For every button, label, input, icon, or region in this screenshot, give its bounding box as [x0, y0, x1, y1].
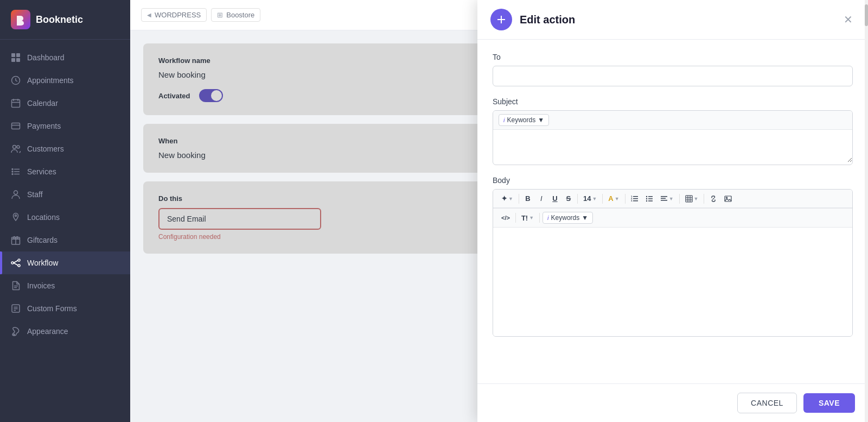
workflow-icon: [11, 258, 21, 268]
image-button[interactable]: [722, 193, 735, 204]
toolbar-sep-6: [704, 194, 704, 204]
svg-rect-40: [633, 200, 638, 201]
align-button[interactable]: ▼: [658, 193, 676, 204]
body-toolbar: ✦▼ B I U S: [493, 190, 852, 208]
to-label: To: [493, 53, 853, 61]
svg-rect-39: [633, 198, 638, 199]
sidebar-item-payments[interactable]: Payments: [0, 115, 130, 137]
sidebar-item-workflow[interactable]: Workflow: [0, 251, 130, 274]
sidebar: Booknetic Dashboard Appointments Calenda…: [0, 0, 130, 422]
svg-rect-9: [12, 123, 20, 129]
sidebar-item-label: Appointments: [27, 76, 74, 85]
bold-label: B: [525, 194, 530, 203]
workflow-name-card: Workflow name New booking Activated: [143, 43, 490, 115]
brush-icon: [11, 326, 21, 336]
cancel-button[interactable]: CANCEL: [737, 393, 797, 413]
bold-button[interactable]: B: [522, 193, 534, 204]
save-button[interactable]: SAVE: [803, 393, 855, 413]
dashboard-icon: [11, 53, 21, 62]
underline-label: U: [552, 194, 557, 203]
sidebar-item-customers[interactable]: Customers: [0, 137, 130, 160]
file-icon: [11, 281, 21, 291]
unordered-list-button[interactable]: [643, 193, 656, 204]
sidebar-item-label: Payments: [27, 122, 61, 130]
link-button[interactable]: [707, 193, 720, 204]
font-size-button[interactable]: 14 ▼: [580, 193, 599, 204]
sidebar-item-dashboard[interactable]: Dashboard: [0, 46, 130, 69]
body-keywords-button[interactable]: i Keywords ▼: [542, 212, 593, 224]
subject-keywords-button[interactable]: i Keywords ▼: [499, 114, 549, 126]
svg-point-17: [12, 171, 13, 172]
svg-point-12: [17, 146, 20, 148]
close-button[interactable]: ✕: [841, 11, 855, 28]
sidebar-logo: Booknetic: [0, 0, 130, 40]
body-toolbar-2: </> T! ▼ i Keywords ▼: [493, 208, 852, 228]
user-icon: [11, 190, 21, 199]
svg-rect-38: [633, 196, 638, 197]
sidebar-item-label: Calendar: [27, 99, 58, 108]
sidebar-item-services[interactable]: Services: [0, 160, 130, 183]
toolbar-sep-3: [602, 194, 603, 204]
credit-card-icon: [11, 121, 21, 131]
body-field-group: Body ✦▼ B I: [493, 176, 853, 337]
ordered-list-button[interactable]: 1.2.3.: [628, 193, 641, 204]
sidebar-item-appointments[interactable]: Appointments: [0, 69, 130, 92]
sidebar-item-locations[interactable]: Locations: [0, 206, 130, 229]
to-field-group: To: [493, 53, 853, 86]
svg-line-58: [713, 198, 714, 199]
svg-point-24: [11, 262, 14, 264]
svg-rect-50: [661, 196, 667, 197]
svg-point-45: [646, 198, 647, 199]
sidebar-item-label: Dashboard: [27, 53, 65, 62]
when-value: New booking: [158, 150, 475, 160]
toolbar-sep-5: [679, 194, 680, 204]
do-this-input[interactable]: [158, 208, 321, 230]
font-size-label: 14: [583, 194, 591, 203]
calendar-icon: [11, 98, 21, 108]
sidebar-item-appearance[interactable]: Appearance: [0, 320, 130, 343]
svg-rect-48: [648, 198, 653, 199]
font-color-button[interactable]: A ▼: [605, 193, 622, 204]
svg-rect-59: [725, 196, 731, 201]
toolbar-sep-7: [515, 213, 516, 223]
main-content: ◀ WORDPRESS ⊞ Boostore Workflow name New…: [130, 0, 868, 422]
sidebar-item-label: Custom Forms: [27, 304, 77, 313]
sidebar-item-label: Staff: [27, 190, 43, 199]
gift-icon: [11, 235, 21, 245]
subject-editor: i Keywords ▼: [493, 110, 853, 165]
table-button[interactable]: ▼: [682, 193, 701, 204]
body-content-area[interactable]: [493, 228, 852, 336]
svg-rect-52: [661, 200, 667, 201]
clock-icon: [11, 75, 21, 85]
subject-field-group: Subject i Keywords ▼: [493, 97, 853, 165]
code-button[interactable]: </>: [499, 213, 513, 223]
form-icon: [11, 304, 21, 313]
subject-toolbar: i Keywords ▼: [493, 111, 852, 130]
sidebar-item-calendar[interactable]: Calendar: [0, 92, 130, 115]
svg-rect-53: [686, 196, 692, 202]
text-style-button[interactable]: T! ▼: [519, 212, 537, 224]
sidebar-item-custom-forms[interactable]: Custom Forms: [0, 297, 130, 320]
sidebar-item-staff[interactable]: Staff: [0, 183, 130, 206]
sidebar-item-invoices[interactable]: Invoices: [0, 274, 130, 297]
edit-panel-icon: [490, 9, 512, 30]
breadcrumb-boostore[interactable]: ⊞ Boostore: [211, 8, 260, 22]
edit-panel-title: Edit action: [520, 14, 841, 26]
strikethrough-button[interactable]: S: [563, 193, 575, 204]
svg-rect-0: [11, 53, 15, 57]
workflow-name-label: Workflow name: [158, 56, 475, 65]
toolbar-sep-1: [519, 194, 519, 204]
subject-textarea[interactable]: [493, 130, 852, 162]
breadcrumb-wordpress[interactable]: ◀ WORDPRESS: [141, 8, 207, 22]
when-card: When New booking: [143, 124, 490, 173]
sidebar-item-label: Appearance: [27, 327, 68, 336]
italic-button[interactable]: I: [535, 193, 547, 204]
sidebar-item-label: Locations: [27, 213, 60, 222]
sidebar-item-giftcards[interactable]: Giftcards: [0, 229, 130, 251]
activated-toggle[interactable]: [199, 89, 223, 102]
to-input[interactable]: [493, 66, 853, 86]
activated-label: Activated: [158, 92, 190, 100]
magic-button[interactable]: ✦▼: [499, 193, 516, 204]
underline-button[interactable]: U: [549, 193, 561, 204]
edit-panel: Edit action ✕ To Subject i Keywords ▼: [477, 0, 868, 422]
